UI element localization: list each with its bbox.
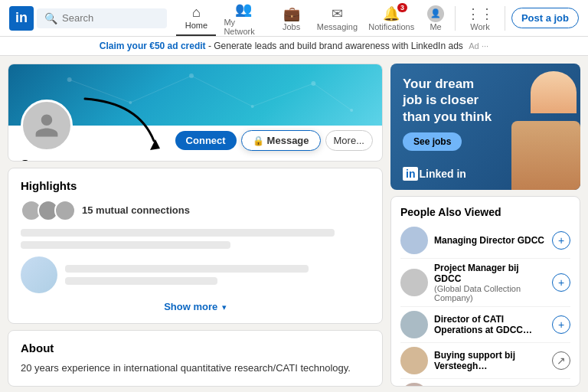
person-avatar-4: [400, 383, 428, 387]
person-info-2: Director of CATI Operations at GDCC (Glo…: [434, 314, 546, 335]
mutual-count: 15 mutual connections: [82, 204, 190, 216]
svg-line-6: [70, 80, 131, 103]
more-button[interactable]: More...: [325, 130, 373, 151]
people-also-viewed-title: People Also Viewed: [400, 206, 570, 218]
ad-label: Ad: [469, 41, 479, 51]
notifications-badge: 3: [397, 3, 407, 12]
nav-item-jobs[interactable]: 💼 Jobs: [272, 1, 312, 36]
placeholder-blob: [21, 256, 57, 293]
post-job-button[interactable]: Post a job: [511, 8, 579, 28]
chevron-down-icon: ▾: [222, 302, 227, 312]
profile-card: Connect 🔒 Message More... Sanne 2nd in M…: [8, 64, 383, 162]
avatar-icon: [33, 112, 60, 139]
person-avatar-1: [400, 269, 428, 296]
profile-column: Connect 🔒 Message More... Sanne 2nd in M…: [8, 64, 383, 387]
person-item-3: Buying support bij Versteegh Modeaccesso…: [400, 343, 570, 379]
person-item-4: DP Executive at GDCC (Global Data Collec…: [400, 379, 570, 387]
nav-item-network[interactable]: 👥 My Network: [216, 0, 271, 41]
connect-icon-1[interactable]: +: [552, 273, 570, 292]
person-role-1: (Global Data Collection Company): [434, 284, 546, 302]
about-card: About 20 years experience in internation…: [8, 330, 383, 387]
nav-me-label: Me: [430, 22, 441, 31]
about-text: 20 years experience in international qua…: [21, 361, 370, 376]
nav-item-work[interactable]: ⋮⋮ Work: [459, 1, 501, 36]
message-button-label: Message: [267, 135, 309, 146]
profile-body: Connect 🔒 Message More... Sanne 2nd in M…: [8, 126, 382, 162]
ad-card: Your dream job is closer than you think …: [390, 64, 580, 190]
show-more-link[interactable]: Show more: [164, 301, 217, 312]
placeholder-line-4: [65, 277, 217, 285]
linkedin-badge: in: [84, 161, 95, 162]
mutual-connections-row: 15 mutual connections: [21, 200, 370, 221]
nav-network-label: My Network: [224, 18, 263, 36]
messaging-icon: ✉: [332, 5, 343, 22]
person-avatar-3: [400, 347, 428, 374]
nav-divider: [455, 6, 456, 31]
person-avatar-0: [400, 227, 428, 254]
profile-name-row: Sanne 2nd in: [21, 158, 370, 162]
person-name-0: Managing Director GDCC: [434, 235, 546, 246]
work-icon: ⋮⋮: [466, 5, 494, 22]
search-input[interactable]: [62, 12, 159, 24]
person-silhouette: [511, 64, 580, 190]
right-column: Your dream job is closer than you think …: [390, 64, 580, 387]
placeholder-line-1: [21, 229, 335, 237]
person-info-3: Buying support bij Versteegh Modeaccesso…: [434, 350, 546, 371]
person-item-2: Director of CATI Operations at GDCC (Glo…: [400, 307, 570, 343]
nav-jobs-label: Jobs: [283, 22, 300, 31]
nav-avatar[interactable]: 👤 Me: [420, 1, 452, 36]
jobs-icon: 💼: [283, 5, 300, 22]
ad-banner-text: - Generate leads and build brand awarene…: [206, 41, 463, 51]
message-button[interactable]: 🔒 Message: [241, 130, 321, 151]
nav-messaging-label: Messaging: [317, 22, 358, 31]
person-item-1: Project Manager bij GDCC (Global Data Co…: [400, 259, 570, 307]
person-item-0: Managing Director GDCC +: [400, 223, 570, 259]
connect-button[interactable]: Connect: [175, 131, 237, 150]
highlights-title: Highlights: [21, 179, 370, 192]
about-title: About: [21, 341, 370, 354]
nav-item-home[interactable]: ⌂ Home: [176, 0, 216, 36]
search-icon: 🔍: [44, 12, 57, 24]
person-avatar-2: [400, 311, 428, 338]
profile-actions: Connect 🔒 Message More...: [175, 130, 373, 151]
nav-divider-2: [505, 6, 505, 31]
nav-work-label: Work: [470, 22, 489, 31]
see-jobs-button[interactable]: See jobs: [403, 132, 462, 151]
main-layout: Connect 🔒 Message More... Sanne 2nd in M…: [0, 56, 588, 387]
navbar: in 🔍 ⌂ Home 👥 My Network 💼 Jobs ✉ Messag…: [0, 0, 588, 37]
placeholder-line-3: [65, 265, 309, 273]
connect-icon-3[interactable]: ↗: [552, 351, 570, 370]
nav-item-notifications[interactable]: 🔔 3 Notifications: [363, 1, 420, 36]
show-more: Show more ▾: [21, 301, 370, 312]
people-also-viewed-card: People Also Viewed Managing Director GDC…: [390, 196, 580, 387]
svg-line-10: [313, 83, 351, 110]
person-name-2: Director of CATI Operations at GDCC (Glo…: [434, 314, 546, 335]
mutual-avatar-3: [54, 200, 76, 221]
highlights-card: Highlights 15 mutual connections Sh: [8, 168, 383, 324]
svg-line-8: [191, 76, 253, 106]
profile-name: Sanne: [21, 158, 60, 162]
svg-line-7: [130, 76, 191, 103]
person-info-1: Project Manager bij GDCC (Global Data Co…: [434, 263, 546, 302]
nav-home-label: Home: [185, 21, 207, 30]
mutual-avatars: [21, 200, 76, 221]
connect-icon-0[interactable]: +: [552, 231, 570, 250]
person-info-0: Managing Director GDCC: [434, 235, 546, 246]
nav-item-messaging[interactable]: ✉ Messaging: [312, 1, 364, 36]
lock-icon: 🔒: [253, 136, 264, 146]
placeholder-line-2: [21, 241, 230, 249]
search-container: 🔍: [37, 8, 167, 28]
profile-avatar: [21, 100, 73, 152]
nav-notifications-label: Notifications: [368, 22, 414, 31]
person-name-1: Project Manager bij GDCC: [434, 263, 546, 284]
ad-headline: Your dream job is closer than you think: [403, 76, 495, 125]
network-icon: 👥: [235, 1, 252, 18]
svg-line-9: [253, 83, 314, 106]
degree-badge: 2nd: [64, 161, 80, 162]
person-name-3: Buying support bij Versteegh Modeaccesso…: [434, 350, 546, 371]
connect-icon-2[interactable]: +: [552, 315, 570, 334]
ad-ellipsis[interactable]: ···: [482, 41, 488, 51]
ad-banner-cta[interactable]: Claim your €50 ad credit: [100, 41, 206, 51]
linkedin-ad-logo: inLinked in: [403, 167, 466, 181]
home-icon: ⌂: [192, 5, 201, 21]
